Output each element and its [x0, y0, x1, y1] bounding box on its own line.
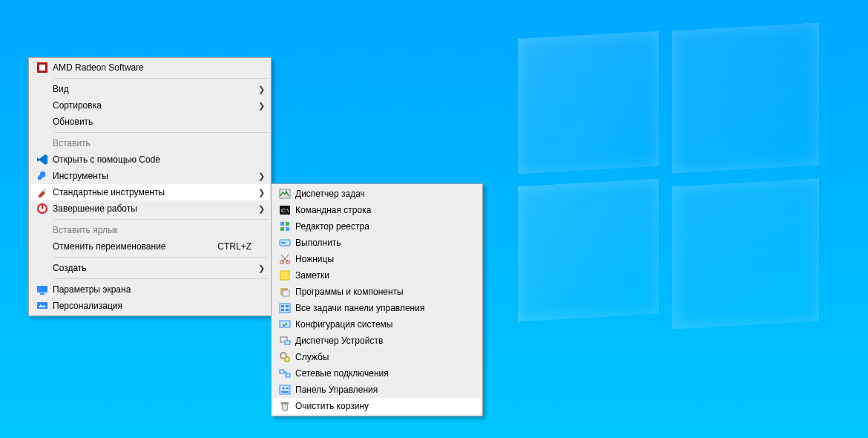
- snip-icon: [279, 253, 291, 265]
- personalize-icon: [36, 300, 48, 312]
- run-icon: [279, 237, 291, 249]
- menu-item-label: Создать: [53, 263, 256, 273]
- menu-item-label: Открыть с помощью Code: [53, 154, 256, 165]
- menu-item-label: Ножницы: [295, 254, 478, 264]
- menu-item-label: Обновить: [53, 117, 256, 127]
- svg-rect-23: [286, 305, 289, 307]
- svg-point-34: [283, 388, 285, 390]
- submenu-item-snip[interactable]: Ножницы: [273, 251, 481, 267]
- vscode-icon: [36, 154, 48, 166]
- svg-rect-24: [281, 309, 284, 311]
- submenu-item-cmd[interactable]: C:\ Командная строка: [273, 202, 481, 218]
- menu-item-refresh[interactable]: Обновить: [30, 114, 269, 130]
- svg-rect-12: [280, 227, 284, 231]
- desktop-context-menu: AMD Radeon Software Вид ❯ Сортировка ❯ О…: [28, 57, 272, 316]
- menu-item-label: Программы и компоненты: [295, 287, 478, 297]
- submenu-item-taskmgr[interactable]: Диспетчер задач: [273, 186, 481, 202]
- menu-item-paste-shortcut: Вставить ярлык: [30, 222, 269, 238]
- svg-rect-6: [37, 302, 47, 309]
- menu-separator: [54, 257, 268, 258]
- submenu-item-regedit[interactable]: Редактор реестра: [273, 218, 481, 235]
- submenu-item-run[interactable]: Выполнить: [273, 235, 481, 251]
- svg-rect-31: [280, 370, 284, 373]
- menu-item-paste: Вставить: [30, 135, 269, 151]
- chevron-right-icon: ❯: [256, 85, 266, 94]
- menu-separator: [54, 78, 268, 79]
- msconfig-icon: [279, 318, 291, 330]
- menu-item-label: Редактор реестра: [295, 221, 478, 232]
- chevron-right-icon: ❯: [256, 204, 266, 214]
- menu-item-undo-rename[interactable]: Отменить переименование CTRL+Z: [30, 238, 269, 255]
- menu-item-label: Инструменты: [53, 171, 256, 181]
- cmd-icon: C:\: [279, 204, 291, 216]
- menu-item-label: Вставить ярлык: [53, 225, 256, 235]
- menu-item-tools[interactable]: Инструменты ❯: [30, 168, 269, 184]
- submenu-item-netconn[interactable]: Сетевые подключения: [273, 365, 481, 382]
- menu-item-label: Сетевые подключения: [295, 368, 478, 379]
- svg-rect-21: [280, 304, 290, 313]
- devmgr-icon: [279, 335, 291, 347]
- menu-item-view[interactable]: Вид ❯: [30, 81, 269, 97]
- svg-rect-18: [280, 271, 289, 280]
- menu-item-shutdown[interactable]: Завершение работы ❯: [30, 200, 269, 217]
- svg-rect-5: [40, 293, 45, 295]
- menu-item-personalize[interactable]: Персонализация: [30, 298, 269, 314]
- svg-rect-33: [280, 385, 290, 394]
- submenu-item-cpanel[interactable]: Панель Управления: [273, 382, 481, 398]
- menu-item-new[interactable]: Создать ❯: [30, 260, 269, 276]
- chevron-right-icon: ❯: [256, 188, 266, 197]
- services-icon: [279, 351, 291, 363]
- svg-rect-11: [286, 222, 289, 226]
- menu-item-label: Все задачи панели управления: [295, 303, 478, 313]
- menu-item-label: Завершение работы: [53, 203, 256, 214]
- submenu-item-programs[interactable]: Программы и компоненты: [273, 284, 481, 300]
- svg-rect-4: [37, 286, 47, 292]
- amd-icon: [36, 62, 48, 73]
- display-settings-icon: [36, 284, 48, 295]
- tool-icon: [36, 170, 48, 182]
- menu-item-amd-radeon[interactable]: AMD Radeon Software: [30, 59, 269, 76]
- menu-item-label: Стандартные инструменты: [53, 187, 256, 197]
- submenu-item-clean-bin[interactable]: Очистить корзину: [273, 398, 481, 414]
- menu-item-label: Персонализация: [53, 301, 256, 311]
- menu-item-label: Отменить переименование: [53, 241, 217, 252]
- regedit-icon: [279, 220, 291, 232]
- chevron-right-icon: ❯: [256, 101, 266, 111]
- menu-item-label: Диспетчер задач: [295, 189, 478, 199]
- menu-item-sort[interactable]: Сортировка ❯: [30, 97, 269, 114]
- windows-logo: [518, 27, 819, 328]
- programs-icon: [279, 286, 291, 298]
- menu-item-display-settings[interactable]: Параметры экрана: [30, 281, 269, 298]
- menu-item-label: Сортировка: [53, 100, 256, 111]
- svg-text:C:\: C:\: [281, 207, 289, 214]
- svg-rect-1: [39, 65, 45, 71]
- submenu-item-alltasks[interactable]: Все задачи панели управления: [273, 300, 481, 316]
- menu-separator: [54, 132, 268, 133]
- menu-item-label: Вид: [53, 84, 256, 94]
- chevron-right-icon: ❯: [256, 171, 266, 181]
- submenu-item-msconfig[interactable]: Конфигурация системы: [273, 316, 481, 333]
- menu-item-label: Конфигурация системы: [295, 319, 478, 330]
- svg-rect-22: [281, 305, 284, 307]
- desktop-wallpaper[interactable]: AMD Radeon Software Вид ❯ Сортировка ❯ О…: [0, 0, 868, 438]
- submenu-item-notes[interactable]: Заметки: [273, 267, 481, 284]
- svg-rect-20: [283, 290, 289, 296]
- taskmgr-icon: [279, 188, 291, 200]
- menu-item-label: Параметры экрана: [53, 284, 256, 295]
- menu-item-label: Службы: [295, 352, 478, 362]
- netconn-icon: [279, 367, 291, 379]
- menu-item-standard-tools[interactable]: Стандартные инструменты ❯: [30, 184, 269, 200]
- menu-item-label: Вставить: [53, 138, 256, 148]
- menu-item-label: Командная строка: [295, 205, 478, 215]
- svg-rect-15: [281, 242, 286, 243]
- svg-rect-35: [286, 388, 289, 389]
- submenu-item-devmgr[interactable]: Диспетчер Устройств: [273, 333, 481, 349]
- svg-rect-25: [286, 309, 289, 311]
- alltasks-icon: [279, 302, 291, 314]
- submenu-item-services[interactable]: Службы: [273, 349, 481, 365]
- svg-rect-13: [286, 227, 289, 231]
- menu-item-open-with-code[interactable]: Открыть с помощью Code: [30, 151, 269, 168]
- menu-item-shortcut: CTRL+Z: [217, 241, 256, 252]
- menu-item-label: Диспетчер Устройств: [295, 336, 478, 346]
- menu-separator: [54, 278, 268, 279]
